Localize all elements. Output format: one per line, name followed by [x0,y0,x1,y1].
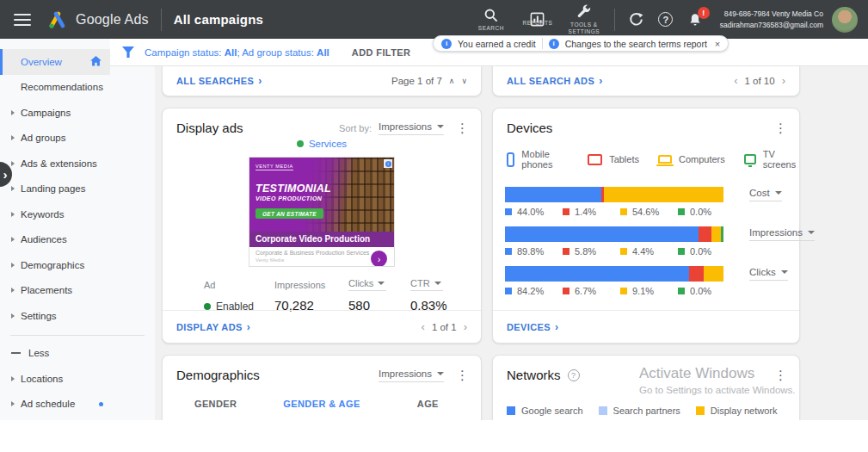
card-title: Demographics [176,368,260,382]
collapse-minus-icon [11,352,21,354]
sidebar-item-ad-groups[interactable]: Ad groups [0,126,155,152]
toast-message-search-terms[interactable]: Changes to the search terms report [565,39,707,49]
expand-arrow-icon [11,161,15,166]
search-icon [483,7,499,23]
sidebar-item-campaigns[interactable]: Campaigns [0,100,155,126]
notifications-button[interactable]: ! [680,5,710,34]
col-header-clicks[interactable]: Clicks [348,278,386,291]
ad-arrow-button[interactable] [371,251,387,267]
series-dot-icon [297,140,304,147]
ad-subheadline: VIDEO PRODUCTION [255,195,322,201]
page-title: All campaigns [174,12,263,27]
sidebar-item-overview[interactable]: Overview [0,49,110,75]
sidebar-item-devices[interactable]: Devices [0,417,155,420]
impressions-percentages: 89.8% 5.8% 4.4% 0.0% [505,246,736,257]
avatar[interactable] [832,7,858,33]
menu-icon[interactable] [14,14,31,26]
col-header-impressions[interactable]: Impressions [274,278,348,291]
reports-button[interactable]: REPORTS [514,11,561,27]
series-label[interactable]: Services [309,139,347,149]
ad-cta-button[interactable]: GET AN ESTIMATE [255,208,323,219]
all-searches-footer: ALL SEARCHES Page 1 of 7 [163,66,481,96]
sort-dropdown[interactable]: Impressions [379,121,444,135]
networks-legend: Google search Search partners Display ne… [507,406,799,416]
tab-gender[interactable]: GENDER [163,399,268,416]
kebab-menu-icon[interactable] [771,120,791,136]
tools-settings-button[interactable]: TOOLS & SETTINGS [561,3,607,35]
toast-message-credit[interactable]: You earned a credit [458,39,536,49]
series-legend: Services [163,139,481,149]
notification-badge: ! [698,7,710,19]
impressions-metric-dropdown[interactable]: Impressions [749,227,815,241]
info-icon [441,39,452,49]
cost-metric-dropdown[interactable]: Cost [749,188,782,201]
app-window: Google Ads All campaigns SEARCH REPORTS [0,0,868,420]
toast-divider [542,38,543,49]
sidebar-item-locations[interactable]: Locations [0,366,155,392]
legend-google-search: Google search [507,406,583,416]
card-title: Networks [507,368,561,382]
kebab-menu-icon[interactable] [452,367,472,383]
account-info[interactable]: 849-686-7984 Venty Media Co sadirahman73… [720,9,823,30]
devices-charts: 44.0% 1.4% 54.6% 0.0% Cost [505,187,799,296]
chevron-down-icon [808,231,815,234]
laptop-icon [658,155,672,164]
sidebar-item-demographics[interactable]: Demographics [0,252,155,278]
close-icon[interactable] [715,39,720,49]
all-searches-link[interactable]: ALL SEARCHES [176,75,262,87]
display-ads-pagination: 1 of 1 [422,320,467,333]
legend-swatch [507,406,515,415]
help-circle-icon[interactable] [568,369,580,381]
kebab-menu-icon[interactable] [452,120,472,136]
sidebar-item-ad-schedule[interactable]: Ad schedule [0,392,155,418]
mobile-phone-icon [507,152,514,167]
filter-funnel-icon[interactable] [122,46,134,58]
sidebar-item-keywords[interactable]: Keywords [0,201,155,227]
add-filter-button[interactable]: ADD FILTER [352,47,411,58]
sidebar-item-audiences[interactable]: Audiences [0,227,155,253]
sidebar-item-settings[interactable]: Settings [0,303,155,329]
sidebar-item-placements[interactable]: Placements [0,278,155,304]
filter-status-text[interactable]: Campaign status: All; Ad group status: A… [145,47,329,58]
help-button[interactable] [651,5,680,34]
refresh-button[interactable] [622,5,651,34]
impressions-metric: 89.8% 5.8% 4.4% 0.0% Impressions [505,226,799,257]
tab-age[interactable]: AGE [375,399,481,416]
tab-gender-age[interactable]: GENDER & AGE [268,399,374,416]
help-icon [658,12,673,27]
display-ads-card: Display ads Sort by: Impressions Service… [162,108,482,344]
all-search-ads-card: ALL SEARCH ADS 1 of 10 [492,66,800,96]
home-icon [90,56,102,66]
sidebar-item-recommendations[interactable]: Recommendations [0,75,155,101]
account-name: 849-686-7984 Venty Media Co [720,9,823,19]
sidebar-item-less[interactable]: Less [0,341,155,367]
page-down-icon[interactable] [461,77,467,85]
sidebar-item-ads-extensions[interactable]: Ads & extensions [0,151,155,176]
page-up-icon[interactable] [449,77,455,85]
legend-display-network: Display network [696,406,778,416]
cost-metric: 44.0% 1.4% 54.6% 0.0% Cost [505,187,799,217]
sort-by-label: Sort by: [339,123,372,133]
search-button[interactable]: SEARCH [468,7,514,32]
ad-preview[interactable]: VENTY MEDIA TESTIMONIAL VIDEO PRODUCTION… [249,157,395,267]
header-divider [614,9,615,31]
ad-stats-table: Ad Impressions Clicks CTR Enabled 70,282… [163,278,481,313]
legend-search-partners: Search partners [599,406,680,416]
col-header-ctr[interactable]: CTR [410,278,443,291]
display-ads-link[interactable]: DISPLAY ADS [176,321,250,333]
clicks-metric-dropdown[interactable]: Clicks [749,267,788,281]
next-page-icon[interactable] [464,320,467,333]
expand-arrow-icon [11,237,15,242]
prev-page-icon[interactable] [734,74,737,87]
sidebar-item-landing-pages[interactable]: Landing pages [0,176,155,202]
devices-link[interactable]: DEVICES [507,321,559,333]
all-search-ads-link[interactable]: ALL SEARCH ADS [507,75,603,87]
kebab-menu-icon[interactable] [771,367,791,383]
sort-dropdown[interactable]: Impressions [379,368,444,382]
all-search-ads-footer: ALL SEARCH ADS 1 of 10 [493,66,799,96]
adchoices-icon[interactable]: i [384,159,392,168]
prev-page-icon[interactable] [422,320,425,333]
next-page-icon[interactable] [782,74,785,87]
chevron-down-icon [434,282,441,285]
col-header-ad: Ad [204,278,274,291]
